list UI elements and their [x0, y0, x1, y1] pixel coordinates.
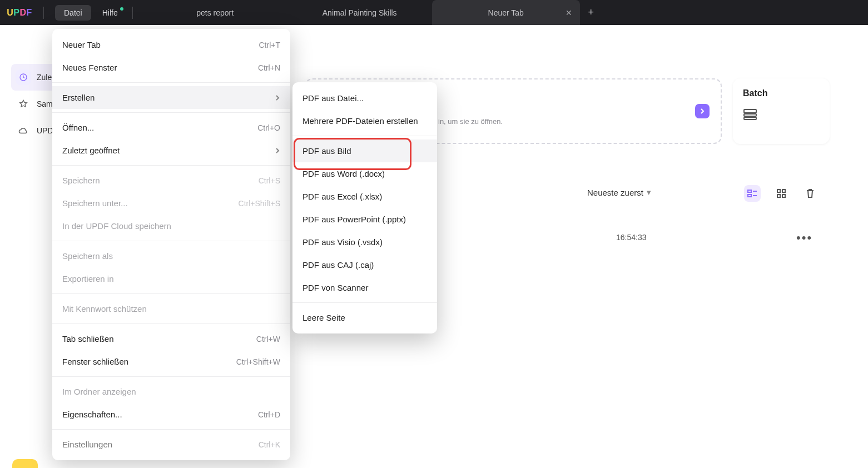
- menu-item-new-tab[interactable]: Neuer Tab Ctrl+T: [52, 33, 290, 56]
- menu-item-save-as: Speichern unter... Ctrl+Shift+S: [52, 192, 290, 215]
- menu-item-label: Erstellen: [62, 93, 95, 102]
- submenu-item-from-ppt[interactable]: PDF aus PowerPoint (.pptx): [292, 208, 437, 231]
- sort-dropdown[interactable]: Neueste zuerst ▾: [587, 187, 651, 197]
- notification-dot-icon: [120, 7, 123, 11]
- menu-item-password: Mit Kennwort schützen: [52, 297, 290, 320]
- menu-item-open[interactable]: Öffnen... Ctrl+O: [52, 116, 290, 139]
- menu-item-label: In der UPDF Cloud speichern: [62, 221, 171, 231]
- menu-help-label: Hilfe: [102, 8, 118, 17]
- close-icon[interactable]: ✕: [566, 8, 572, 17]
- submenu-item-multi[interactable]: Mehrere PDF-Dateien erstellen: [292, 109, 437, 132]
- submenu-item-from-file[interactable]: PDF aus Datei...: [292, 87, 437, 109]
- svg-rect-12: [782, 190, 785, 192]
- menu-file[interactable]: Datei: [55, 5, 91, 21]
- menu-shortcut: Ctrl+W: [256, 335, 280, 343]
- menu-item-label: Eigenschaften...: [62, 410, 122, 419]
- file-timestamp: 16:54:33: [616, 233, 647, 242]
- svg-rect-8: [748, 195, 751, 197]
- menu-item-close-window[interactable]: Fenster schließen Ctrl+Shift+W: [52, 350, 290, 373]
- menu-shortcut: Ctrl+N: [258, 63, 280, 72]
- delete-button[interactable]: [802, 185, 819, 202]
- menu-separator: [52, 293, 290, 294]
- submenu-item-from-excel[interactable]: PDF aus Excel (.xlsx): [292, 185, 437, 208]
- plus-icon: +: [588, 7, 594, 18]
- submenu-item-from-image[interactable]: PDF aus Bild: [292, 140, 437, 162]
- menu-shortcut: Ctrl+Shift+S: [239, 199, 280, 208]
- svg-rect-13: [777, 195, 780, 197]
- menu-shortcut: Ctrl+Shift+W: [236, 357, 280, 366]
- menu-item-export: Exportieren in: [52, 267, 290, 290]
- menu-item-close-tab[interactable]: Tab schließen Ctrl+W: [52, 327, 290, 350]
- tab-pets-report[interactable]: pets report: [143, 0, 287, 25]
- menu-item-label: Speichern unter...: [62, 198, 128, 208]
- menu-item-label: Speichern als: [62, 251, 113, 261]
- menu-item-new-window[interactable]: Neues Fenster Ctrl+N: [52, 56, 290, 79]
- menu-item-label: Fenster schließen: [62, 357, 128, 366]
- chevron-right-icon: [700, 108, 705, 114]
- svg-rect-11: [777, 190, 780, 192]
- open-file-arrow-button[interactable]: [695, 104, 710, 118]
- file-more-button[interactable]: •••: [796, 231, 812, 245]
- more-icon: •••: [796, 231, 812, 245]
- submenu-item-from-caj[interactable]: PDF aus CAJ (.caj): [292, 253, 437, 276]
- submenu-item-from-visio[interactable]: PDF aus Visio (.vsdx): [292, 231, 437, 253]
- view-list-button[interactable]: [744, 185, 761, 202]
- menu-item-label: Speichern: [62, 176, 100, 185]
- menu-item-label: Im Ordner anzeigen: [62, 387, 136, 396]
- chevron-down-icon: ▾: [647, 187, 651, 197]
- svg-rect-6: [744, 117, 756, 120]
- sidebar-item-label: Sam: [37, 99, 53, 108]
- sort-label: Neueste zuerst: [587, 188, 643, 197]
- promo-badge[interactable]: [12, 459, 38, 468]
- separator: [43, 7, 44, 19]
- menu-help[interactable]: Hilfe: [93, 5, 127, 21]
- tab-label: pets report: [196, 8, 234, 17]
- file-menu: Neuer Tab Ctrl+T Neues Fenster Ctrl+N Er…: [52, 29, 290, 460]
- menu-separator: [52, 429, 290, 430]
- menu-item-label: Einstellungen: [62, 440, 112, 449]
- menu-item-save: Speichern Ctrl+S: [52, 169, 290, 192]
- separator: [132, 7, 133, 19]
- clock-icon: [16, 69, 31, 85]
- chevron-right-icon: [275, 94, 280, 101]
- new-tab-button[interactable]: +: [580, 0, 602, 25]
- menu-separator: [52, 376, 290, 377]
- menu-separator: [52, 241, 290, 241]
- menu-item-label: Neuer Tab: [62, 40, 101, 49]
- app-logo: UPDF: [0, 8, 39, 18]
- tab-strip: pets report Animal Painting Skills Neuer…: [143, 0, 602, 25]
- star-icon: [16, 96, 31, 112]
- menu-shortcut: Ctrl+T: [259, 41, 281, 49]
- menu-item-label: Zuletzt geöffnet: [62, 146, 120, 155]
- open-file-hint: in, um sie zu öffnen.: [438, 117, 503, 126]
- menu-item-recent[interactable]: Zuletzt geöffnet: [52, 139, 290, 162]
- sidebar-item-label: Zule: [37, 73, 52, 82]
- submenu-item-from-word[interactable]: PDF aus Word (.docx): [292, 162, 437, 185]
- menu-shortcut: Ctrl+S: [259, 176, 280, 185]
- menu-separator: [52, 323, 290, 324]
- tab-label: Animal Painting Skills: [323, 8, 397, 17]
- menu-item-label: Neues Fenster: [62, 63, 117, 72]
- svg-rect-14: [782, 195, 785, 197]
- menu-item-properties[interactable]: Eigenschaften... Ctrl+D: [52, 403, 290, 426]
- cloud-icon: [16, 123, 31, 138]
- title-bar: UPDF Datei Hilfe pets report Animal Pain…: [0, 0, 868, 25]
- sidebar-item-label: UPD: [37, 126, 53, 135]
- stack-icon: [743, 108, 757, 121]
- submenu-item-blank[interactable]: Leere Seite: [292, 306, 437, 329]
- create-submenu: PDF aus Datei... Mehrere PDF-Dateien ers…: [292, 82, 437, 333]
- menu-item-settings[interactable]: Einstellungen Ctrl+K: [52, 433, 290, 456]
- tab-animal-painting[interactable]: Animal Painting Skills: [287, 0, 432, 25]
- menu-separator: [52, 82, 290, 83]
- svg-rect-5: [744, 114, 756, 116]
- menu-item-create[interactable]: Erstellen: [52, 86, 290, 109]
- menu-separator: [52, 112, 290, 113]
- menu-shortcut: Ctrl+O: [257, 123, 280, 132]
- batch-card[interactable]: Batch: [733, 78, 830, 144]
- menu-separator: [52, 165, 290, 166]
- menu-item-label: Öffnen...: [62, 123, 94, 132]
- chevron-right-icon: [275, 147, 280, 154]
- view-grid-button[interactable]: [773, 185, 790, 202]
- tab-new[interactable]: Neuer Tab ✕: [432, 0, 580, 25]
- submenu-item-from-scanner[interactable]: PDF von Scanner: [292, 276, 437, 299]
